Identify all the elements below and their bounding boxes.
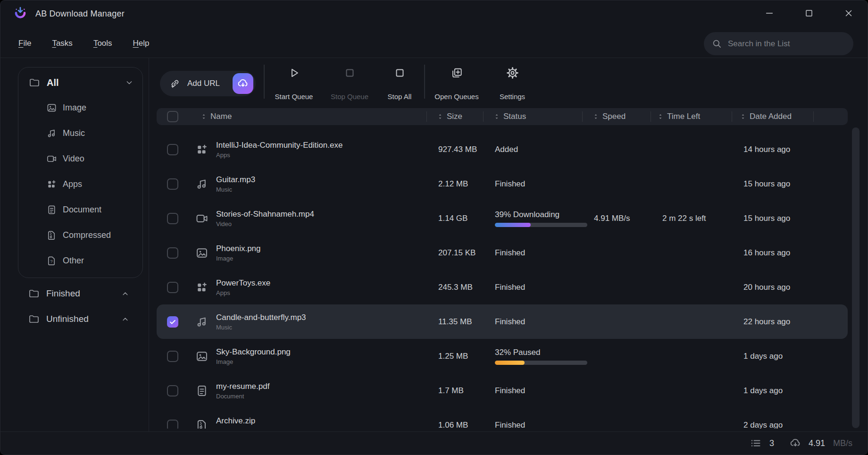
stop-icon — [393, 67, 406, 79]
progress-bar — [495, 361, 587, 365]
row-checkbox[interactable] — [167, 385, 178, 396]
sidebar-item-label: Music — [63, 128, 85, 138]
sidebar-item-label: Other — [63, 256, 84, 266]
date-added-cell: 22 hours ago — [732, 317, 814, 327]
sidebar-item-video[interactable]: Video — [18, 146, 142, 171]
size-cell: 1.14 GB — [427, 214, 484, 223]
time-left-cell: 2 m 22 s left — [651, 214, 732, 223]
row-checkbox[interactable] — [167, 213, 178, 224]
menu-help[interactable]: Help — [133, 39, 150, 48]
menu-file[interactable]: File — [18, 39, 31, 48]
stop-queue-button[interactable]: Stop Queue — [324, 67, 376, 101]
row-checkbox[interactable] — [167, 420, 178, 429]
search-icon — [711, 38, 722, 49]
row-checkbox[interactable] — [167, 282, 178, 293]
table-row[interactable]: Stories-of-Shahnameh.mp4Video 1.14 GB 39… — [157, 201, 848, 236]
search-box[interactable] — [704, 32, 853, 55]
table-row-selected[interactable]: Candle-and-butterfly.mp3Music 11.35 MB F… — [157, 304, 848, 339]
maximize-button[interactable] — [800, 4, 818, 22]
sidebar-item-unfinished[interactable]: Unfinished — [0, 306, 149, 332]
size-cell: 927.43 MB — [427, 145, 484, 154]
size-cell: 2.12 MB — [427, 179, 484, 189]
row-checkbox[interactable] — [167, 178, 178, 190]
close-button[interactable] — [840, 4, 858, 22]
row-checkbox[interactable] — [167, 351, 178, 362]
sort-icon — [436, 113, 444, 120]
check-icon — [168, 318, 177, 326]
table-row[interactable]: PowerToys.exeApps 245.3 MB Finished 20 h… — [157, 270, 848, 304]
header-date-added[interactable]: Date Added — [732, 108, 814, 125]
date-added-cell: 20 hours ago — [732, 283, 814, 292]
settings-button[interactable]: Settings — [486, 67, 538, 101]
table-row[interactable]: Phoenix.pngImage 207.15 KB Finished 16 h… — [157, 236, 848, 270]
file-name: Sky-Background.png — [216, 347, 291, 357]
vertical-scrollbar[interactable] — [852, 127, 860, 428]
queues-icon — [451, 67, 463, 79]
other-icon — [46, 255, 57, 266]
sidebar-item-image[interactable]: Image — [18, 95, 142, 120]
folder-icon — [28, 288, 40, 299]
toolbar-button-label: Stop All — [388, 93, 412, 101]
menu-tasks[interactable]: Tasks — [52, 39, 72, 48]
progress-bar — [495, 223, 587, 227]
table-row[interactable]: Sky-Background.pngImage 1.25 MB 32% Paus… — [157, 339, 848, 373]
file-type: Compressed — [216, 427, 255, 429]
status-cell: Finished — [495, 317, 583, 327]
add-url-button[interactable]: Add URL — [160, 71, 256, 96]
quick-download-button[interactable] — [233, 73, 253, 94]
sidebar-item-apps[interactable]: Apps — [18, 171, 142, 197]
size-cell: 1.06 MB — [427, 421, 484, 429]
apps-icon — [195, 143, 209, 156]
sidebar-item-label: Apps — [63, 179, 82, 189]
sidebar-item-music[interactable]: Music — [18, 120, 142, 146]
speed-cell: 4.91 MB/s — [583, 214, 651, 223]
chevron-up-icon — [121, 315, 130, 324]
table-row[interactable]: my-resume.pdfDocument 1.7 MB Finished 1 … — [157, 373, 848, 408]
video-icon — [195, 212, 209, 225]
toolbar-button-label: Stop Queue — [331, 93, 368, 101]
header-speed[interactable]: Speed — [583, 108, 651, 125]
open-queues-button[interactable]: Open Queues — [431, 67, 483, 101]
row-checkbox[interactable] — [167, 144, 178, 155]
header-time-left[interactable]: Time Left — [651, 108, 732, 125]
sort-icon — [592, 113, 600, 120]
stop-all-button[interactable]: Stop All — [374, 67, 426, 101]
sidebar-item-other[interactable]: Other — [18, 248, 142, 273]
table-row[interactable]: Guitar.mp3Music 2.12 MB Finished 15 hour… — [157, 167, 848, 201]
sidebar-item-finished[interactable]: Finished — [0, 281, 149, 306]
start-queue-button[interactable]: Start Queue — [268, 67, 320, 101]
menu-tools[interactable]: Tools — [93, 39, 112, 48]
search-input[interactable] — [728, 39, 846, 49]
global-speed-value: 4.91 — [809, 438, 825, 448]
table-row[interactable]: Archive.zipCompressed 1.06 MB Finished 2… — [157, 408, 848, 429]
status-cell: Finished — [495, 421, 583, 429]
date-added-cell: 14 hours ago — [732, 145, 814, 154]
header-status[interactable]: Status — [484, 108, 583, 125]
sidebar-item-document[interactable]: Document — [18, 197, 142, 222]
table-rows: IntelliJ-Idea-Community-Edition.exeApps … — [157, 132, 848, 429]
status-cell: Added — [495, 145, 583, 154]
header-size[interactable]: Size — [427, 108, 484, 125]
file-type: Video — [216, 220, 314, 228]
file-type: Music — [216, 186, 255, 193]
chevron-up-icon — [121, 289, 130, 298]
file-name: PowerToys.exe — [216, 278, 270, 288]
file-type: Apps — [216, 152, 342, 159]
file-name: my-resume.pdf — [216, 382, 269, 391]
row-checkbox-checked[interactable] — [167, 316, 178, 328]
gear-icon — [506, 67, 519, 79]
sidebar-all-group: All Image Music Video Apps — [18, 67, 143, 278]
table-row[interactable]: IntelliJ-Idea-Community-Edition.exeApps … — [157, 132, 848, 167]
select-all-checkbox[interactable] — [167, 111, 178, 122]
header-name[interactable]: Name — [189, 108, 427, 125]
sidebar-item-compressed[interactable]: Compressed — [18, 222, 142, 248]
toolbar-button-label: Settings — [500, 93, 525, 101]
file-type: Image — [216, 255, 261, 262]
sidebar-item-label: Compressed — [63, 230, 111, 240]
status-cell: 32% Paused — [495, 348, 583, 357]
sidebar-item-all[interactable]: All — [18, 70, 142, 95]
minimize-button[interactable] — [760, 4, 778, 22]
sort-icon — [493, 113, 501, 120]
row-checkbox[interactable] — [167, 247, 178, 259]
size-cell: 207.15 KB — [427, 248, 484, 258]
